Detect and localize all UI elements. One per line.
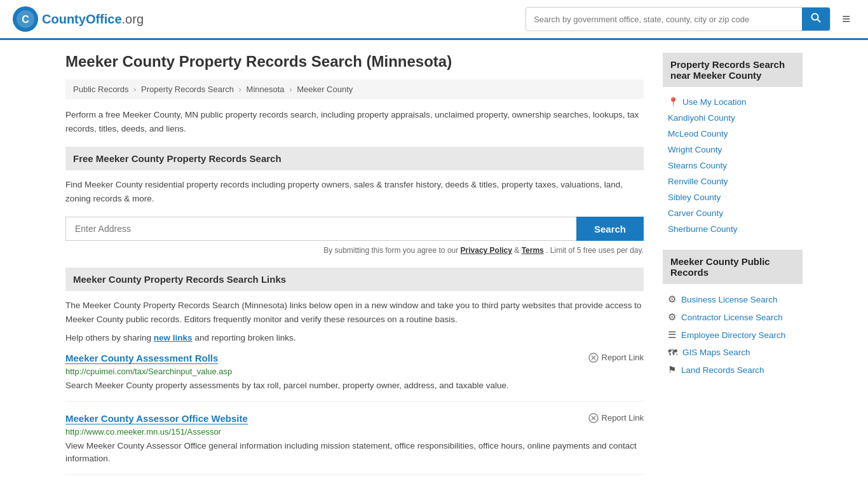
public-link-4[interactable]: ⚑ Land Records Search — [663, 361, 803, 379]
nearby-section: Property Records Search near Meeker Coun… — [663, 53, 803, 237]
sidebar-county-5[interactable]: Sibley County — [663, 189, 803, 205]
link-url-0: http://cpuimei.com/tax/Searchinput_value… — [65, 367, 644, 376]
breadcrumb-property-records[interactable]: Property Records Search — [141, 85, 234, 94]
sidebar-county-3[interactable]: Stearns County — [663, 158, 803, 173]
logo-icon: C — [13, 6, 38, 32]
public-link-1[interactable]: ⚙ Contractor License Search — [663, 308, 803, 326]
public-records-section-title: Meeker County Public Records — [663, 250, 803, 284]
sidebar-county-0[interactable]: Kandiyohi County — [663, 110, 803, 126]
privacy-policy-link[interactable]: Privacy Policy — [461, 246, 512, 255]
flag-icon-4: ⚑ — [668, 364, 676, 376]
breadcrumb-public-records[interactable]: Public Records — [73, 85, 128, 94]
address-search-button[interactable]: Search — [576, 217, 644, 241]
sidebar-county-2[interactable]: Wright County — [663, 142, 803, 158]
map-icon-3: 🗺 — [668, 347, 677, 358]
links-section-header: Meeker County Property Records Search Li… — [65, 268, 644, 291]
main-container: Meeker County Property Records Search (M… — [53, 40, 815, 488]
search-icon — [811, 13, 821, 23]
page-description: Perform a free Meeker County, MN public … — [65, 108, 644, 135]
public-link-0[interactable]: ⚙ Business License Search — [663, 290, 803, 308]
logo[interactable]: C CountyOffice.org — [13, 6, 144, 32]
global-search-bar — [526, 7, 831, 31]
location-icon: 📍 — [668, 97, 679, 107]
breadcrumb: Public Records › Property Records Search… — [65, 79, 644, 99]
free-search-section-header: Free Meeker County Property Records Sear… — [65, 147, 644, 170]
global-search-button[interactable] — [802, 8, 830, 30]
page-title: Meeker County Property Records Search (M… — [65, 53, 644, 71]
breadcrumb-meeker-county[interactable]: Meeker County — [297, 85, 353, 94]
sidebar: Property Records Search near Meeker Coun… — [663, 53, 803, 486]
public-records-section: Meeker County Public Records ⚙ Business … — [663, 250, 803, 379]
link-url-1: http://www.co.meeker.mn.us/151/Assessor — [65, 427, 644, 437]
report-icon-0 — [588, 353, 599, 363]
gear-icon-1: ⚙ — [668, 311, 676, 323]
menu-icon[interactable]: ≡ — [837, 8, 855, 30]
link-item-1: Meeker County Assessor Office Website Re… — [65, 413, 644, 475]
use-my-location[interactable]: 📍 Use My Location — [663, 93, 803, 110]
link-desc-1: View Meeker County Assessor Office gener… — [65, 440, 644, 466]
main-content: Meeker County Property Records Search (M… — [65, 53, 644, 486]
new-links-link[interactable]: new links — [154, 333, 193, 342]
svg-text:C: C — [22, 14, 29, 25]
public-link-3[interactable]: 🗺 GIS Maps Search — [663, 344, 803, 361]
address-search-form: Search — [65, 217, 644, 241]
nearby-section-title: Property Records Search near Meeker Coun… — [663, 53, 803, 87]
sidebar-county-1[interactable]: McLeod County — [663, 126, 803, 142]
sidebar-county-7[interactable]: Sherburne County — [663, 221, 803, 237]
sharing-note: Help others by sharing new links and rep… — [65, 333, 644, 342]
public-link-2[interactable]: ☰ Employee Directory Search — [663, 326, 803, 344]
free-search-description: Find Meeker County residential property … — [65, 178, 644, 205]
link-item-0: Meeker County Assessment Rolls Report Li… — [65, 353, 644, 402]
form-note: By submitting this form you agree to our… — [65, 246, 644, 255]
link-title-1[interactable]: Meeker County Assessor Office Website — [65, 413, 248, 424]
header-search-area: ≡ — [526, 7, 855, 31]
address-input[interactable] — [65, 217, 576, 241]
report-icon-1 — [588, 413, 599, 423]
gear-icon-0: ⚙ — [668, 294, 676, 305]
report-link-1[interactable]: Report Link — [588, 413, 644, 423]
svg-point-3 — [812, 14, 818, 20]
sidebar-county-4[interactable]: Renville County — [663, 173, 803, 189]
site-header: C CountyOffice.org ≡ — [0, 0, 868, 40]
use-my-location-link[interactable]: Use My Location — [682, 97, 747, 107]
global-search-input[interactable] — [526, 10, 802, 29]
report-link-0[interactable]: Report Link — [588, 353, 644, 363]
svg-line-4 — [818, 20, 821, 23]
terms-link[interactable]: Terms — [522, 246, 544, 255]
list-icon-2: ☰ — [668, 329, 676, 341]
logo-text: CountyOffice.org — [42, 12, 144, 27]
links-description: The Meeker County Property Records Searc… — [65, 299, 644, 326]
breadcrumb-minnesota[interactable]: Minnesota — [247, 85, 285, 94]
link-desc-0: Search Meeker County property assessment… — [65, 379, 644, 392]
sidebar-county-6[interactable]: Carver County — [663, 205, 803, 221]
link-title-0[interactable]: Meeker County Assessment Rolls — [65, 353, 218, 364]
